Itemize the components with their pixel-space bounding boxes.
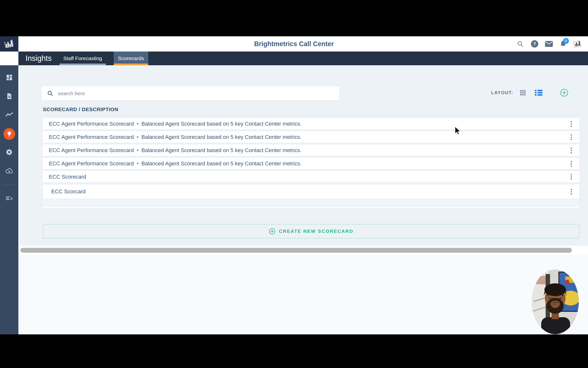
top-header: Brightmetrics Call Center xyxy=(0,36,588,52)
main-area: LAYOUT: SCORECARD / DESCRIPTION xyxy=(18,65,588,334)
footer-area xyxy=(18,254,588,334)
scorecard-name: ECC Scorecard xyxy=(49,174,86,180)
bullet-separator: • xyxy=(137,134,138,140)
row-kebab-menu-icon[interactable]: ⋮ xyxy=(566,146,576,154)
card-kebab-menu-icon[interactable]: ⋮ xyxy=(566,188,576,196)
bullet-separator: • xyxy=(137,147,138,153)
search-icon[interactable] xyxy=(516,39,525,49)
mail-icon[interactable] xyxy=(544,39,553,49)
tab-underline-active xyxy=(114,64,148,65)
layout-label: LAYOUT: xyxy=(491,90,513,95)
sidebar-item-settings[interactable] xyxy=(0,143,18,162)
menu-expand-icon xyxy=(5,196,13,202)
search-input[interactable] xyxy=(57,90,303,97)
card-empty-strip xyxy=(43,199,579,207)
app-window: Brightmetrics Call Center xyxy=(0,36,588,334)
help-icon[interactable]: ? xyxy=(530,39,539,49)
sidebar-item-reports[interactable] xyxy=(0,87,18,106)
create-new-scorecard-label: CREATE NEW SCORECARD xyxy=(279,229,353,234)
add-scorecard-icon[interactable] xyxy=(560,89,568,97)
plus-circle-icon xyxy=(269,228,276,235)
scorecard-row[interactable]: ECC Scorecard ⋮ xyxy=(43,171,579,183)
scorecards-content: LAYOUT: SCORECARD / DESCRIPTION xyxy=(20,65,588,246)
scorecard-row[interactable]: ECC Agent Performance Scorecard • Balanc… xyxy=(43,158,579,169)
row-kebab-menu-icon[interactable]: ⋮ xyxy=(566,133,576,141)
row-kebab-menu-icon[interactable]: ⋮ xyxy=(566,160,576,167)
scroll-strip xyxy=(18,246,588,254)
scorecard-row[interactable]: ECC Agent Performance Scorecard • Balanc… xyxy=(43,118,579,130)
scorecard-name: ECC Agent Performance Scorecard xyxy=(49,160,134,167)
section-title: Insights xyxy=(25,52,52,65)
sidebar-divider xyxy=(3,184,15,185)
left-sidebar xyxy=(0,65,18,334)
scorecard-name: ECC Scorcard xyxy=(51,188,86,195)
tab-underline xyxy=(60,64,106,65)
scorecard-description: Balanced Agent Scorecard based on 5 key … xyxy=(141,134,301,140)
scorecard-name: ECC Agent Performance Scorecard xyxy=(49,121,134,127)
sidebar-item-analytics[interactable] xyxy=(0,106,18,125)
horizontal-scrollbar[interactable] xyxy=(20,248,572,253)
brightmetrics-logo-icon xyxy=(4,38,15,50)
scorecard-name: ECC Agent Performance Scorecard xyxy=(49,134,134,140)
layout-controls: LAYOUT: xyxy=(491,89,568,97)
scorecard-description: Balanced Agent Scorecard based on 5 key … xyxy=(141,121,301,127)
scorecard-list: ECC Agent Performance Scorecard • Balanc… xyxy=(43,118,579,184)
sidebar-brand-tile[interactable] xyxy=(0,36,18,52)
bullet-separator: • xyxy=(137,121,138,127)
scorecard-card[interactable]: ECC Scorcard ⋮ xyxy=(43,184,579,209)
page-title: Brightmetrics Call Center xyxy=(0,36,588,52)
scorecard-row[interactable]: ECC Agent Performance Scorecard • Balanc… xyxy=(43,145,579,156)
layout-list-icon[interactable] xyxy=(535,90,542,96)
cloud-upload-icon xyxy=(5,168,13,175)
tab-staff-forecasting[interactable]: Staff Forecasting xyxy=(60,52,106,65)
list-column-header: SCORECARD / DESCRIPTION xyxy=(43,106,579,116)
create-new-scorecard-button[interactable]: CREATE NEW SCORECARD xyxy=(43,224,579,238)
sidebar-item-insights-active[interactable] xyxy=(0,125,18,143)
search-box xyxy=(42,86,339,100)
header-icon-group: ? 7 xyxy=(516,36,582,52)
scorecard-description: Balanced Agent Scorecard based on 5 key … xyxy=(141,160,301,167)
scorecard-description: Balanced Agent Scorecard based on 5 key … xyxy=(141,147,301,154)
card-row: ECC Scorcard ⋮ xyxy=(43,184,579,199)
brand-account-icon[interactable] xyxy=(573,39,582,49)
dashboard-grid-icon xyxy=(6,74,13,82)
notification-badge: 7 xyxy=(563,38,569,44)
lightbulb-icon xyxy=(3,128,15,140)
row-kebab-menu-icon[interactable]: ⋮ xyxy=(566,173,576,181)
sidebar-item-dashboard[interactable] xyxy=(0,69,18,87)
row-kebab-menu-icon[interactable]: ⋮ xyxy=(566,120,576,128)
tab-scorecards[interactable]: Scorecards xyxy=(114,52,148,65)
insights-nav-bar: Insights Staff Forecasting Scorecards xyxy=(18,52,588,65)
bullet-separator: • xyxy=(137,161,138,166)
webcam-overlay xyxy=(531,269,579,334)
scorecard-name: ECC Agent Performance Scorecard xyxy=(49,147,134,154)
gear-icon xyxy=(6,148,13,157)
trend-line-icon xyxy=(5,112,13,119)
sidebar-collapse-menu[interactable] xyxy=(0,190,18,208)
layout-grid-icon[interactable] xyxy=(520,90,526,95)
search-icon xyxy=(47,90,53,97)
scorecard-row[interactable]: ECC Agent Performance Scorecard • Balanc… xyxy=(43,131,579,143)
notifications-bell-icon[interactable]: 7 xyxy=(559,39,567,49)
document-icon xyxy=(6,92,13,101)
sidebar-item-cloud-sync[interactable] xyxy=(0,162,18,181)
